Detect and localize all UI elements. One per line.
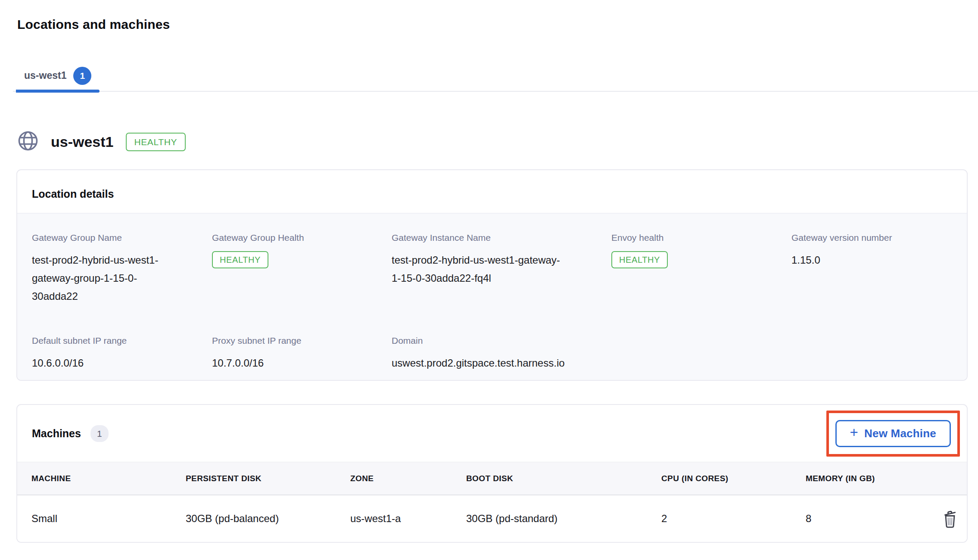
cell-zone: us-west1-a [350,513,466,525]
machines-table-header: MACHINE PERSISTENT DISK ZONE BOOT DISK C… [17,462,967,495]
new-machine-button-label: New Machine [864,427,936,440]
location-name: us-west1 [51,134,114,150]
annotation-highlight-box: + New Machine [826,411,960,457]
col-machine: MACHINE [31,474,186,483]
field-label: Gateway Group Name [32,233,212,243]
field-label: Default subnet IP range [32,336,212,346]
cell-cpu: 2 [661,513,806,525]
page-title: Locations and machines [17,17,170,32]
new-machine-button[interactable]: + New Machine [835,420,951,447]
field-value: test-prod2-hybrid-us-west1-gateway-1-15-… [392,251,566,287]
field-label: Domain [392,336,611,346]
field-value: 10.7.0.0/16 [212,354,392,372]
tab-count-badge: 1 [73,67,91,85]
field-value: test-prod2-hybrid-us-west1-gateway-group… [32,251,160,305]
location-details-card: Location details Gateway Group Name test… [16,169,968,381]
locations-and-machines-page: Locations and machines us-west1 1 us-wes… [0,0,978,560]
active-tab-underline [16,90,100,93]
tab-us-west1[interactable]: us-west1 1 [16,60,100,91]
field-domain: Domain uswest.prod2.gitspace.test.harnes… [392,336,611,372]
envoy-health-badge: HEALTHY [611,251,668,268]
cell-machine: Small [31,513,186,525]
field-label: Envoy health [611,233,791,243]
plus-icon: + [850,424,858,441]
col-cpu: CPU (IN CORES) [661,474,806,483]
globe-icon [17,130,39,153]
field-envoy-health: Envoy health HEALTHY [611,233,791,305]
col-zone: ZONE [350,474,466,483]
field-default-subnet: Default subnet IP range 10.6.0.0/16 [32,336,212,372]
location-details-title: Location details [17,170,967,200]
table-row: Small 30GB (pd-balanced) us-west1-a 30GB… [17,495,967,542]
field-gateway-group-name: Gateway Group Name test-prod2-hybrid-us-… [32,233,212,305]
machines-count-badge: 1 [90,425,109,442]
tab-label: us-west1 [24,70,66,81]
delete-machine-button[interactable] [942,509,958,528]
location-tabs: us-west1 1 [13,60,978,92]
machines-table: MACHINE PERSISTENT DISK ZONE BOOT DISK C… [17,462,967,542]
machines-title: Machines [32,427,81,440]
cell-boot-disk: 30GB (pd-standard) [466,513,661,525]
field-value: uswest.prod2.gitspace.test.harness.io [392,354,611,372]
field-proxy-subnet: Proxy subnet IP range 10.7.0.0/16 [212,336,392,372]
field-gateway-group-health: Gateway Group Health HEALTHY [212,233,392,305]
location-status-badge: HEALTHY [126,133,186,151]
gateway-group-health-badge: HEALTHY [212,251,268,268]
col-memory: MEMORY (IN GB) [806,474,942,483]
cell-actions [942,509,967,528]
col-persistent-disk: PERSISTENT DISK [186,474,350,483]
cell-persistent-disk: 30GB (pd-balanced) [186,513,350,525]
location-details-body: Gateway Group Name test-prod2-hybrid-us-… [17,213,967,380]
machines-header: Machines 1 + New Machine [17,405,967,462]
col-boot-disk: BOOT DISK [466,474,661,483]
trash-icon [942,523,958,529]
field-gateway-instance-name: Gateway Instance Name test-prod2-hybrid-… [392,233,611,305]
field-label: Gateway Group Health [212,233,392,243]
location-header: us-west1 HEALTHY [17,129,186,154]
field-label: Proxy subnet IP range [212,336,392,346]
machines-title-wrap: Machines 1 [32,425,109,442]
field-label: Gateway version number [791,233,952,243]
cell-memory: 8 [806,513,942,525]
field-value: 10.6.0.0/16 [32,354,212,372]
field-value: 1.15.0 [791,251,952,269]
field-gateway-version: Gateway version number 1.15.0 [791,233,952,305]
field-label: Gateway Instance Name [392,233,611,243]
machines-card: Machines 1 + New Machine MACHINE PERSIST… [16,404,968,543]
